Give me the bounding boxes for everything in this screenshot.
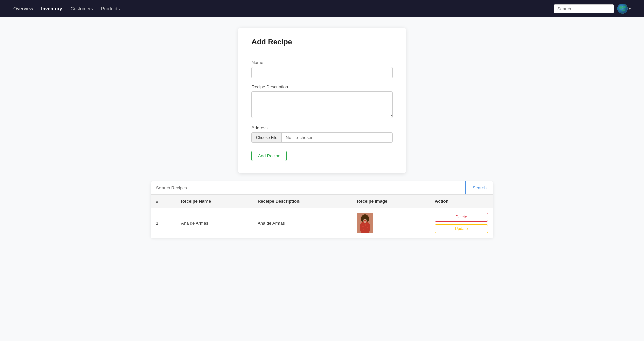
add-recipe-button[interactable]: Add Recipe (251, 151, 287, 161)
svg-point-4 (622, 9, 625, 11)
svg-point-9 (367, 227, 368, 228)
table-section: Search # Receipe Name Receipe Descriptio… (151, 181, 493, 238)
choose-file-button[interactable]: Choose File (252, 133, 282, 142)
svg-point-14 (361, 216, 364, 222)
svg-point-10 (363, 229, 364, 230)
name-input[interactable] (251, 67, 393, 78)
col-number: # (151, 195, 176, 208)
row-number: 1 (151, 208, 176, 238)
svg-point-16 (363, 218, 364, 219)
delete-button[interactable]: Delete (435, 213, 488, 222)
address-group: Address Choose File No file chosen (251, 125, 393, 143)
avatar-caret-icon: ▾ (629, 7, 631, 11)
recipe-image (357, 213, 373, 233)
col-action: Action (429, 195, 493, 208)
row-name: Ana de Armas (176, 208, 252, 238)
nav-links: Overview Inventory Customers Products (13, 6, 120, 11)
table-search-input[interactable] (151, 181, 465, 194)
search-bar: Search (151, 181, 493, 195)
nav-overview[interactable]: Overview (13, 6, 33, 11)
description-textarea[interactable] (251, 91, 393, 118)
nav-customers[interactable]: Customers (70, 6, 93, 11)
col-description: Receipe Description (252, 195, 352, 208)
svg-point-8 (365, 224, 367, 226)
file-name-display: No file chosen (282, 133, 392, 142)
svg-point-1 (617, 4, 628, 14)
svg-point-7 (362, 226, 364, 227)
name-group: Name (251, 60, 393, 78)
description-label: Recipe Description (251, 84, 393, 89)
nav-products[interactable]: Products (101, 6, 120, 11)
avatar (617, 4, 628, 14)
table-search-button[interactable]: Search (465, 181, 493, 194)
nav-search-input[interactable] (554, 4, 614, 13)
table-header-row: # Receipe Name Receipe Description Recei… (151, 195, 493, 208)
table-row: 1 Ana de Armas Ana de Armas (151, 208, 493, 238)
svg-point-17 (366, 218, 367, 219)
address-label: Address (251, 125, 393, 130)
svg-point-2 (619, 6, 623, 9)
card-divider (251, 52, 393, 52)
card-title: Add Recipe (251, 38, 393, 46)
name-label: Name (251, 60, 393, 65)
avatar-button[interactable]: ▾ (617, 4, 631, 14)
recipes-table: # Receipe Name Receipe Description Recei… (151, 195, 493, 238)
nav-right: ▾ (554, 4, 631, 14)
col-name: Receipe Name (176, 195, 252, 208)
row-description: Ana de Armas (252, 208, 352, 238)
svg-point-3 (623, 6, 626, 8)
col-image: Receipe Image (352, 195, 429, 208)
table-body: 1 Ana de Armas Ana de Armas (151, 208, 493, 238)
main-content: Add Recipe Name Recipe Description Addre… (0, 17, 644, 248)
add-recipe-card: Add Recipe Name Recipe Description Addre… (238, 28, 406, 173)
action-buttons: Delete Update (435, 213, 488, 233)
update-button[interactable]: Update (435, 224, 488, 233)
nav-inventory[interactable]: Inventory (41, 6, 62, 11)
table-head: # Receipe Name Receipe Description Recei… (151, 195, 493, 208)
svg-point-15 (366, 216, 369, 222)
row-image-cell (352, 208, 429, 238)
row-action-cell: Delete Update (429, 208, 493, 238)
description-group: Recipe Description (251, 84, 393, 119)
navbar: Overview Inventory Customers Products (0, 0, 644, 17)
file-input-wrapper: Choose File No file chosen (251, 132, 393, 143)
